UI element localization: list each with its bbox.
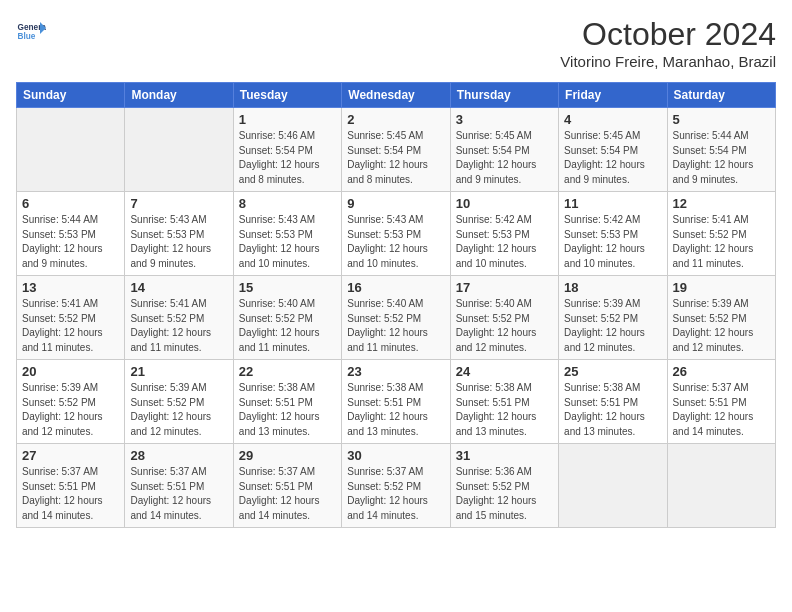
week-row-3: 13Sunrise: 5:41 AMSunset: 5:52 PMDayligh… [17, 276, 776, 360]
calendar-cell: 7Sunrise: 5:43 AMSunset: 5:53 PMDaylight… [125, 192, 233, 276]
week-row-2: 6Sunrise: 5:44 AMSunset: 5:53 PMDaylight… [17, 192, 776, 276]
day-number: 12 [673, 196, 770, 211]
day-header-thursday: Thursday [450, 83, 558, 108]
calendar-cell: 20Sunrise: 5:39 AMSunset: 5:52 PMDayligh… [17, 360, 125, 444]
calendar-cell: 25Sunrise: 5:38 AMSunset: 5:51 PMDayligh… [559, 360, 667, 444]
day-number: 28 [130, 448, 227, 463]
day-number: 26 [673, 364, 770, 379]
day-info: Sunrise: 5:36 AMSunset: 5:52 PMDaylight:… [456, 465, 553, 523]
day-header-wednesday: Wednesday [342, 83, 450, 108]
day-number: 2 [347, 112, 444, 127]
day-header-tuesday: Tuesday [233, 83, 341, 108]
calendar-cell: 1Sunrise: 5:46 AMSunset: 5:54 PMDaylight… [233, 108, 341, 192]
day-number: 5 [673, 112, 770, 127]
day-header-saturday: Saturday [667, 83, 775, 108]
calendar-cell [17, 108, 125, 192]
week-row-5: 27Sunrise: 5:37 AMSunset: 5:51 PMDayligh… [17, 444, 776, 528]
calendar-cell: 13Sunrise: 5:41 AMSunset: 5:52 PMDayligh… [17, 276, 125, 360]
day-number: 20 [22, 364, 119, 379]
day-info: Sunrise: 5:38 AMSunset: 5:51 PMDaylight:… [347, 381, 444, 439]
day-number: 19 [673, 280, 770, 295]
calendar-cell: 22Sunrise: 5:38 AMSunset: 5:51 PMDayligh… [233, 360, 341, 444]
day-info: Sunrise: 5:42 AMSunset: 5:53 PMDaylight:… [456, 213, 553, 271]
day-number: 17 [456, 280, 553, 295]
day-number: 24 [456, 364, 553, 379]
day-number: 14 [130, 280, 227, 295]
calendar-cell: 19Sunrise: 5:39 AMSunset: 5:52 PMDayligh… [667, 276, 775, 360]
day-info: Sunrise: 5:44 AMSunset: 5:53 PMDaylight:… [22, 213, 119, 271]
calendar-cell: 29Sunrise: 5:37 AMSunset: 5:51 PMDayligh… [233, 444, 341, 528]
day-info: Sunrise: 5:38 AMSunset: 5:51 PMDaylight:… [239, 381, 336, 439]
day-info: Sunrise: 5:37 AMSunset: 5:51 PMDaylight:… [130, 465, 227, 523]
calendar-cell: 16Sunrise: 5:40 AMSunset: 5:52 PMDayligh… [342, 276, 450, 360]
day-info: Sunrise: 5:45 AMSunset: 5:54 PMDaylight:… [456, 129, 553, 187]
day-number: 25 [564, 364, 661, 379]
day-info: Sunrise: 5:37 AMSunset: 5:51 PMDaylight:… [22, 465, 119, 523]
day-number: 23 [347, 364, 444, 379]
calendar-cell: 6Sunrise: 5:44 AMSunset: 5:53 PMDaylight… [17, 192, 125, 276]
calendar-cell: 18Sunrise: 5:39 AMSunset: 5:52 PMDayligh… [559, 276, 667, 360]
day-number: 29 [239, 448, 336, 463]
day-info: Sunrise: 5:43 AMSunset: 5:53 PMDaylight:… [347, 213, 444, 271]
calendar-cell: 17Sunrise: 5:40 AMSunset: 5:52 PMDayligh… [450, 276, 558, 360]
day-info: Sunrise: 5:41 AMSunset: 5:52 PMDaylight:… [673, 213, 770, 271]
day-number: 1 [239, 112, 336, 127]
day-number: 9 [347, 196, 444, 211]
day-number: 10 [456, 196, 553, 211]
calendar-cell: 10Sunrise: 5:42 AMSunset: 5:53 PMDayligh… [450, 192, 558, 276]
day-number: 21 [130, 364, 227, 379]
day-info: Sunrise: 5:40 AMSunset: 5:52 PMDaylight:… [347, 297, 444, 355]
day-info: Sunrise: 5:41 AMSunset: 5:52 PMDaylight:… [130, 297, 227, 355]
calendar-cell: 2Sunrise: 5:45 AMSunset: 5:54 PMDaylight… [342, 108, 450, 192]
day-info: Sunrise: 5:43 AMSunset: 5:53 PMDaylight:… [130, 213, 227, 271]
week-row-1: 1Sunrise: 5:46 AMSunset: 5:54 PMDaylight… [17, 108, 776, 192]
day-number: 8 [239, 196, 336, 211]
day-number: 3 [456, 112, 553, 127]
day-info: Sunrise: 5:46 AMSunset: 5:54 PMDaylight:… [239, 129, 336, 187]
calendar-cell [125, 108, 233, 192]
calendar-table: SundayMondayTuesdayWednesdayThursdayFrid… [16, 82, 776, 528]
day-number: 4 [564, 112, 661, 127]
calendar-cell: 27Sunrise: 5:37 AMSunset: 5:51 PMDayligh… [17, 444, 125, 528]
day-number: 31 [456, 448, 553, 463]
calendar-cell: 24Sunrise: 5:38 AMSunset: 5:51 PMDayligh… [450, 360, 558, 444]
calendar-cell [559, 444, 667, 528]
calendar-cell: 4Sunrise: 5:45 AMSunset: 5:54 PMDaylight… [559, 108, 667, 192]
logo-icon: General Blue [16, 16, 46, 46]
calendar-body: 1Sunrise: 5:46 AMSunset: 5:54 PMDaylight… [17, 108, 776, 528]
calendar-cell: 3Sunrise: 5:45 AMSunset: 5:54 PMDaylight… [450, 108, 558, 192]
day-header-sunday: Sunday [17, 83, 125, 108]
calendar-cell: 21Sunrise: 5:39 AMSunset: 5:52 PMDayligh… [125, 360, 233, 444]
location-title: Vitorino Freire, Maranhao, Brazil [560, 53, 776, 70]
day-number: 16 [347, 280, 444, 295]
day-info: Sunrise: 5:40 AMSunset: 5:52 PMDaylight:… [456, 297, 553, 355]
calendar-cell: 31Sunrise: 5:36 AMSunset: 5:52 PMDayligh… [450, 444, 558, 528]
calendar-cell: 15Sunrise: 5:40 AMSunset: 5:52 PMDayligh… [233, 276, 341, 360]
day-info: Sunrise: 5:45 AMSunset: 5:54 PMDaylight:… [564, 129, 661, 187]
title-block: October 2024 Vitorino Freire, Maranhao, … [560, 16, 776, 70]
calendar-cell: 9Sunrise: 5:43 AMSunset: 5:53 PMDaylight… [342, 192, 450, 276]
day-header-monday: Monday [125, 83, 233, 108]
day-info: Sunrise: 5:45 AMSunset: 5:54 PMDaylight:… [347, 129, 444, 187]
calendar-cell: 26Sunrise: 5:37 AMSunset: 5:51 PMDayligh… [667, 360, 775, 444]
day-number: 13 [22, 280, 119, 295]
calendar-cell [667, 444, 775, 528]
calendar-cell: 23Sunrise: 5:38 AMSunset: 5:51 PMDayligh… [342, 360, 450, 444]
day-info: Sunrise: 5:40 AMSunset: 5:52 PMDaylight:… [239, 297, 336, 355]
day-number: 27 [22, 448, 119, 463]
calendar-cell: 5Sunrise: 5:44 AMSunset: 5:54 PMDaylight… [667, 108, 775, 192]
week-row-4: 20Sunrise: 5:39 AMSunset: 5:52 PMDayligh… [17, 360, 776, 444]
calendar-header: SundayMondayTuesdayWednesdayThursdayFrid… [17, 83, 776, 108]
calendar-cell: 12Sunrise: 5:41 AMSunset: 5:52 PMDayligh… [667, 192, 775, 276]
day-header-friday: Friday [559, 83, 667, 108]
day-info: Sunrise: 5:39 AMSunset: 5:52 PMDaylight:… [564, 297, 661, 355]
calendar-cell: 8Sunrise: 5:43 AMSunset: 5:53 PMDaylight… [233, 192, 341, 276]
day-info: Sunrise: 5:37 AMSunset: 5:51 PMDaylight:… [239, 465, 336, 523]
calendar-cell: 28Sunrise: 5:37 AMSunset: 5:51 PMDayligh… [125, 444, 233, 528]
day-number: 11 [564, 196, 661, 211]
day-number: 22 [239, 364, 336, 379]
day-info: Sunrise: 5:39 AMSunset: 5:52 PMDaylight:… [673, 297, 770, 355]
month-title: October 2024 [560, 16, 776, 53]
day-info: Sunrise: 5:38 AMSunset: 5:51 PMDaylight:… [456, 381, 553, 439]
logo: General Blue [16, 16, 46, 46]
